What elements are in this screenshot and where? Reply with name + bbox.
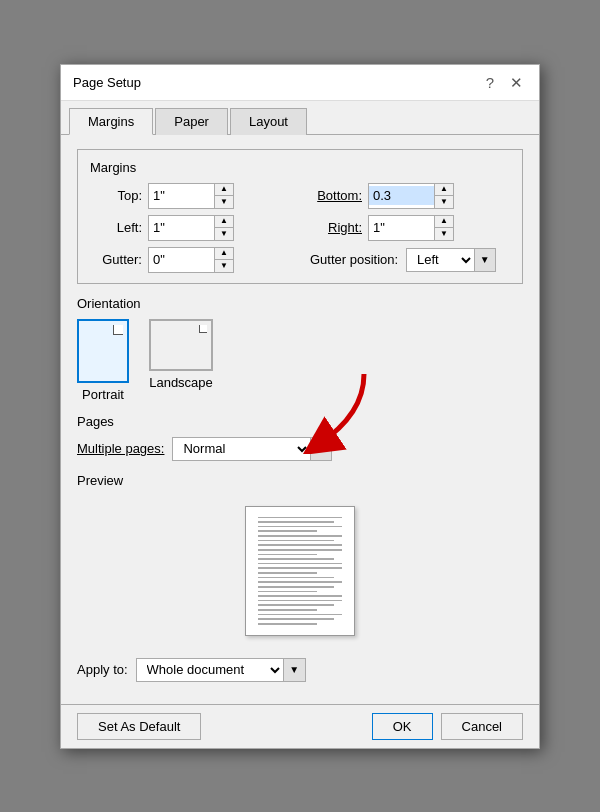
page-setup-dialog: Page Setup ? ✕ Margins Paper Layout Marg… [60,64,540,749]
top-spinner: ▲ ▼ [148,183,234,209]
pages-title: Pages [77,414,523,429]
preview-line [258,544,342,546]
preview-line [258,604,334,606]
top-input[interactable] [149,186,214,205]
apply-to-select-wrapper: Whole document This section This point f… [136,658,306,682]
preview-line [258,517,342,519]
bottom-spinner: ▲ ▼ [368,183,454,209]
gutter-spin-buttons: ▲ ▼ [214,248,233,272]
portrait-lines [95,339,111,371]
preview-line [258,581,342,583]
right-spinner: ▲ ▼ [368,215,454,241]
preview-line [258,595,342,597]
orientation-section: Orientation Portrait [77,296,523,402]
preview-line [258,526,342,528]
preview-line [258,618,334,620]
margins-section: Margins Top: ▲ ▼ Bottom: [77,149,523,284]
right-label: Right: [310,220,362,235]
preview-line [258,600,342,602]
set-as-default-button[interactable]: Set As Default [77,713,201,740]
bottom-spin-up[interactable]: ▲ [435,184,453,196]
top-spin-down[interactable]: ▼ [215,196,233,208]
portrait-option[interactable]: Portrait [77,319,129,402]
landscape-corner [199,325,207,333]
left-input[interactable] [149,218,214,237]
left-spin-up[interactable]: ▲ [215,216,233,228]
multiple-pages-select[interactable]: Normal Mirror margins 2 pages per sheet … [173,438,310,460]
left-spin-down[interactable]: ▼ [215,228,233,240]
apply-to-select[interactable]: Whole document This section This point f… [137,659,283,681]
gutter-label: Gutter: [90,252,142,267]
left-field-row: Left: ▲ ▼ [90,215,290,241]
left-label: Left: [90,220,142,235]
bottom-field-row: Bottom: ▲ ▼ [310,183,510,209]
preview-line [258,614,342,616]
preview-line [258,521,334,523]
gutter-pos-select[interactable]: Left Top [407,249,474,271]
tab-layout[interactable]: Layout [230,108,307,135]
multiple-pages-select-wrapper: Normal Mirror margins 2 pages per sheet … [172,437,332,461]
bottom-bar: Set As Default OK Cancel [61,704,539,748]
apply-to-label: Apply to: [77,662,128,677]
preview-line [258,586,334,588]
right-spin-down[interactable]: ▼ [435,228,453,240]
top-spin-buttons: ▲ ▼ [214,184,233,208]
gutter-pos-select-wrapper: Left Top ▼ [406,248,496,272]
right-field-row: Right: ▲ ▼ [310,215,510,241]
cancel-button[interactable]: Cancel [441,713,523,740]
multiple-pages-label: Multiple pages: [77,441,164,456]
dialog-title: Page Setup [73,75,141,90]
ok-button[interactable]: OK [372,713,433,740]
preview-line [258,535,342,537]
ok-cancel-group: OK Cancel [372,713,523,740]
bottom-spin-down[interactable]: ▼ [435,196,453,208]
title-bar: Page Setup ? ✕ [61,65,539,101]
pages-section: Pages Multiple pages: Normal Mirror marg… [77,414,523,461]
bottom-input[interactable] [369,186,434,205]
gutter-field-row: Gutter: ▲ ▼ [90,247,290,273]
preview-line [258,530,317,532]
close-button[interactable]: ✕ [506,73,527,92]
gutter-spin-up[interactable]: ▲ [215,248,233,260]
gutter-spinner: ▲ ▼ [148,247,234,273]
tab-margins[interactable]: Margins [69,108,153,135]
pages-row: Multiple pages: Normal Mirror margins 2 … [77,437,523,461]
apply-to-dropdown-arrow[interactable]: ▼ [283,659,305,681]
portrait-icon [77,319,129,383]
preview-line [258,549,342,551]
margins-grid: Top: ▲ ▼ Bottom: ▲ [90,183,510,273]
gutter-spin-down[interactable]: ▼ [215,260,233,272]
preview-line [258,563,342,565]
help-button[interactable]: ? [482,73,498,92]
landscape-icon [149,319,213,371]
margins-section-title: Margins [90,160,510,175]
dialog-content: Margins Top: ▲ ▼ Bottom: [61,135,539,704]
tab-paper[interactable]: Paper [155,108,228,135]
right-input[interactable] [369,218,434,237]
gutter-pos-field-row: Gutter position: Left Top ▼ [310,247,510,273]
preview-line [258,577,334,579]
left-spin-buttons: ▲ ▼ [214,216,233,240]
preview-line [258,554,317,556]
orientation-options: Portrait Landscape [77,319,523,402]
preview-box [77,496,523,646]
gutter-pos-dropdown-arrow[interactable]: ▼ [474,249,495,271]
title-bar-controls: ? ✕ [482,73,527,92]
gutter-pos-label: Gutter position: [310,252,400,267]
landscape-option[interactable]: Landscape [149,319,213,402]
top-label: Top: [90,188,142,203]
apply-to-row: Apply to: Whole document This section Th… [77,658,523,682]
preview-title: Preview [77,473,523,488]
left-spinner: ▲ ▼ [148,215,234,241]
orientation-title: Orientation [77,296,523,311]
portrait-corner [113,325,123,335]
top-field-row: Top: ▲ ▼ [90,183,290,209]
landscape-label: Landscape [149,375,213,390]
preview-line [258,558,334,560]
right-spin-up[interactable]: ▲ [435,216,453,228]
preview-section: Preview [77,473,523,646]
bottom-spin-buttons: ▲ ▼ [434,184,453,208]
gutter-input[interactable] [149,250,214,269]
top-spin-up[interactable]: ▲ [215,184,233,196]
multiple-pages-dropdown-arrow[interactable]: ▼ [310,438,331,460]
